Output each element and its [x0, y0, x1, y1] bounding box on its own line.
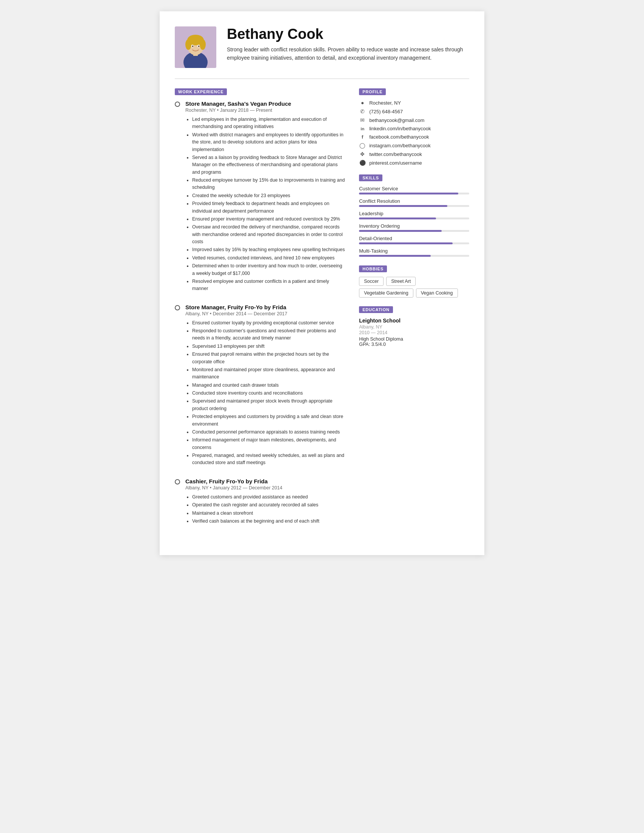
edu-gpa: GPA: 3.5/4.0 [359, 342, 469, 347]
bullet: Provided timely feedback to department h… [192, 200, 345, 215]
skill-bar-fill [359, 217, 436, 219]
bullet: Conducted personnel performance appraisa… [192, 429, 345, 436]
skill-bar-bg [359, 217, 469, 219]
skill-item: Inventory Ordering [359, 223, 469, 232]
job-title-1: Store Manager, Sasha's Vegan Produce [185, 100, 345, 107]
job-entry-1: Store Manager, Sasha's Vegan Produce Roc… [175, 100, 345, 293]
linkedin-text: linkedin.com/in/bethanycook [369, 126, 431, 132]
hobbies-list: SoccerStreet ArtVegetable GardeningVegan… [359, 277, 469, 298]
education-section: EDUCATION Leighton School Albany, NY 201… [359, 306, 469, 347]
bullet: Reduced employee turnover by 15% due to … [192, 177, 345, 191]
bullet: Maintained a clean storefront [192, 510, 345, 517]
job-title-2: Store Manager, Fruity Fro-Yo by Frida [185, 304, 345, 310]
job-entry-3: Cashier, Fruity Fro-Yo by Frida Albany, … [175, 478, 345, 526]
bullet: Oversaw and recorded the delivery of mer… [192, 224, 345, 246]
bullet: Verified cash balances at the beginning … [192, 518, 345, 525]
profile-facebook: f facebook.com/bethanycook [359, 134, 469, 140]
job-bullets-2: Ensured customer loyalty by providing ex… [192, 320, 345, 467]
profile-label: PROFILE [359, 88, 386, 95]
hobby-tag: Vegetable Gardening [359, 288, 413, 298]
instagram-text: instagram.com/bethanycook [369, 143, 431, 148]
job-content-1: Store Manager, Sasha's Vegan Produce Roc… [185, 100, 345, 293]
bullet: Led employees in the planning, implement… [192, 116, 345, 131]
skill-name: Detail-Oriented [359, 236, 469, 241]
job-meta-2: Albany, NY • December 2014 — December 20… [185, 311, 345, 317]
skill-bar-bg [359, 243, 469, 244]
job-bullets-1: Led employees in the planning, implement… [192, 116, 345, 293]
bullet: Responded to customer's questions and re… [192, 327, 345, 342]
email-icon: ✉ [359, 117, 366, 123]
profile-instagram: ◯ instagram.com/bethanycook [359, 142, 469, 148]
skill-name: Inventory Ordering [359, 223, 469, 229]
skills-section: SKILLS Customer Service Conflict Resolut… [359, 174, 469, 257]
main-content: WORK EXPERIENCE Store Manager, Sasha's V… [175, 88, 469, 536]
svg-point-5 [185, 39, 191, 50]
job-content-3: Cashier, Fruity Fro-Yo by Frida Albany, … [185, 478, 345, 526]
bullet: Ensured that payroll remains within the … [192, 351, 345, 365]
skill-name: Leadership [359, 211, 469, 216]
job-title-3: Cashier, Fruity Fro-Yo by Frida [185, 478, 345, 484]
profile-phone: ✆ (725) 648-4567 [359, 108, 469, 114]
education-label: EDUCATION [359, 306, 393, 313]
instagram-icon: ◯ [359, 142, 366, 148]
resume-container: Bethany Cook Strong leader with conflict… [160, 11, 484, 555]
skill-item: Conflict Resolution [359, 198, 469, 207]
bullet: Improved sales by 16% by teaching employ… [192, 246, 345, 253]
skill-item: Leadership [359, 211, 469, 219]
bullet: Supervised and maintained proper stock l… [192, 397, 345, 412]
job-content-2: Store Manager, Fruity Fro-Yo by Frida Al… [185, 304, 345, 468]
hobbies-label: HOBBIES [359, 265, 387, 272]
location-icon: ● [359, 100, 366, 106]
bullet: Conducted store inventory counts and rec… [192, 390, 345, 397]
svg-point-6 [200, 39, 206, 50]
profile-twitter: ✥ twitter.com/bethanycook [359, 151, 469, 157]
skill-name: Multi-Tasking [359, 248, 469, 254]
hobby-tag: Street Art [386, 277, 416, 286]
facebook-text: facebook.com/bethanycook [369, 134, 429, 140]
svg-point-10 [198, 46, 200, 47]
job-entry-2: Store Manager, Fruity Fro-Yo by Frida Al… [175, 304, 345, 468]
right-column: PROFILE ● Rochester, NY ✆ (725) 648-4567… [359, 88, 469, 536]
bullet: Managed and counted cash drawer totals [192, 382, 345, 389]
skill-bar-bg [359, 205, 469, 207]
skill-bar-bg [359, 193, 469, 195]
edu-years: 2010 — 2014 [359, 330, 469, 335]
bullet: Prepared, managed, and revised weekly sc… [192, 452, 345, 467]
profile-location: ● Rochester, NY [359, 100, 469, 106]
skill-name: Conflict Resolution [359, 198, 469, 204]
profile-linkedin: in linkedin.com/in/bethanycook [359, 126, 469, 132]
location-text: Rochester, NY [369, 100, 401, 106]
bullet: Supervised 13 employees per shift [192, 343, 345, 350]
left-column: WORK EXPERIENCE Store Manager, Sasha's V… [175, 88, 345, 536]
bullet: Operated the cash register and accuratel… [192, 502, 345, 509]
skill-bar-fill [359, 193, 458, 195]
skill-bar-fill [359, 243, 453, 244]
skill-bar-bg [359, 255, 469, 257]
job-meta-3: Albany, NY • January 2012 — December 201… [185, 485, 345, 490]
hobbies-section: HOBBIES SoccerStreet ArtVegetable Garden… [359, 265, 469, 298]
bullet: Created the weekly schedule for 23 emplo… [192, 192, 345, 199]
candidate-name: Bethany Cook [227, 26, 469, 42]
job-circle-3 [175, 479, 180, 484]
twitter-icon: ✥ [359, 151, 366, 157]
candidate-summary: Strong leader with conflict resolution s… [227, 45, 469, 62]
bullet: Informed management of major team milest… [192, 436, 345, 451]
profile-pinterest: ⚫ pinterest.com/username [359, 160, 469, 166]
skill-bar-fill [359, 230, 442, 232]
twitter-text: twitter.com/bethanycook [369, 151, 422, 157]
facebook-icon: f [359, 134, 366, 140]
phone-text: (725) 648-4567 [369, 109, 403, 114]
pinterest-text: pinterest.com/username [369, 160, 422, 166]
hobby-tag: Soccer [359, 277, 384, 286]
skill-bar-fill [359, 205, 447, 207]
skill-bar-fill [359, 255, 431, 257]
job-circle-2 [175, 305, 180, 310]
bullet: Determined when to order inventory and h… [192, 262, 345, 277]
phone-icon: ✆ [359, 108, 366, 114]
job-meta-1: Rochester, NY • January 2018 — Present [185, 108, 345, 113]
job-bullets-3: Greeted customers and provided assistanc… [192, 494, 345, 525]
skill-item: Customer Service [359, 186, 469, 195]
skills-label: SKILLS [359, 174, 382, 181]
bullet: Protected employees and customers by pro… [192, 413, 345, 428]
header-divider [175, 79, 469, 79]
